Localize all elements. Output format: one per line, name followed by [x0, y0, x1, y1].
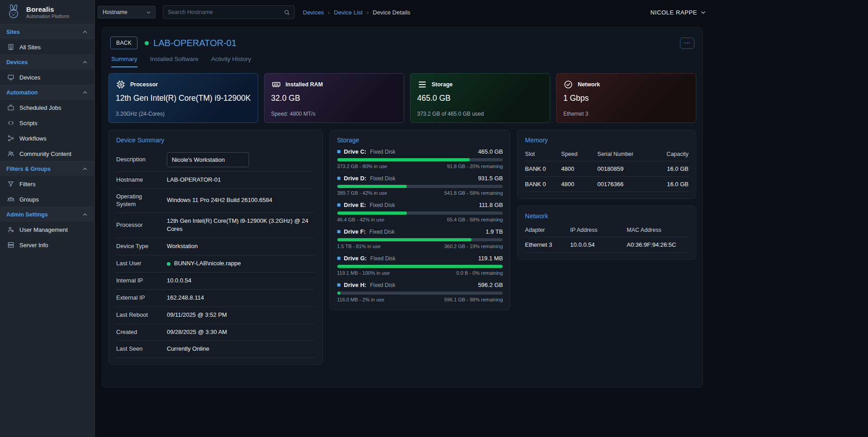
drive-used-text: 119.1 MB - 100% in use: [337, 270, 390, 276]
sidebar-item-scheduled-jobs[interactable]: Scheduled Jobs: [0, 100, 94, 115]
sidebar-item-groups[interactable]: Groups: [0, 192, 94, 207]
stat-subtext: Speed: 4800 MT/s: [271, 111, 397, 117]
summary-label: Processor: [116, 221, 167, 229]
summary-value: Workstation: [167, 242, 315, 251]
stat-value: 1 Gbps: [563, 94, 689, 103]
stat-label: Storage: [432, 81, 453, 88]
tab-activity-history[interactable]: Activity History: [211, 56, 251, 67]
briefcase-icon: [7, 104, 14, 111]
storage-icon: [417, 80, 427, 89]
sidebar-item-server-info[interactable]: Server Info: [0, 237, 94, 253]
hostname-dropdown[interactable]: Hostname: [98, 6, 156, 19]
drive-bullet-icon: [337, 283, 340, 287]
summary-row-last-user: Last User BUNNY-LAB\nicole.rappe: [116, 255, 315, 273]
network-header-ip: IP Address: [570, 224, 627, 237]
memory-header-capacity: Capacity: [656, 148, 689, 161]
drive-used-text: 116.0 MB - 2% in use: [337, 297, 384, 302]
ellipsis-icon: [684, 39, 691, 47]
sidebar: Borealis Automation Platform Sites All S…: [0, 0, 95, 437]
drive-type: Fixed Disk: [370, 149, 395, 155]
drive-usage-bar: [337, 265, 503, 268]
sidebar-section-label: Filters & Groups: [6, 166, 51, 172]
sidebar-item-scripts[interactable]: Scripts: [0, 115, 94, 131]
description-input[interactable]: [167, 152, 249, 167]
memory-header-serial: Serial Number: [597, 148, 656, 161]
network-cell: 10.0.0.54: [570, 237, 627, 253]
stat-cards: Processor 12th Gen Intel(R) Core(TM) i9-…: [108, 73, 696, 123]
sidebar-section-filters-groups[interactable]: Filters & Groups: [0, 161, 94, 176]
sidebar-item-label: Server Info: [19, 242, 48, 249]
user-gear-icon: [7, 226, 14, 233]
drive-type: Fixed Disk: [370, 175, 395, 182]
breadcrumb-device-list[interactable]: Device List: [334, 9, 363, 16]
summary-label: Last Reboot: [116, 311, 167, 319]
chevron-up-icon: [82, 211, 88, 218]
drive-type: Fixed Disk: [370, 282, 395, 288]
more-options-button[interactable]: [680, 38, 694, 49]
tab-summary[interactable]: Summary: [111, 56, 137, 67]
drive-row-h: Drive H: Fixed Disk 596.2 GB 116.0 MB - …: [337, 282, 503, 302]
drive-name: Drive H:: [344, 282, 367, 288]
workflow-icon: [7, 135, 14, 142]
summary-value: Windows 11 Pro 24H2 Build 26100.6584: [167, 196, 315, 205]
drive-used-text: 389.7 GB - 42% in use: [337, 190, 387, 196]
processor-stat-card: Processor 12th Gen Intel(R) Core(TM) i9-…: [108, 73, 258, 123]
tab-bar: Summary Installed Software Activity Hist…: [108, 51, 696, 67]
memory-header-slot: Slot: [525, 148, 561, 161]
breadcrumb-separator: [328, 9, 330, 16]
drive-remaining-text: 65.4 GB - 58% remaining: [447, 217, 503, 222]
summary-value: LAB-OPERATOR-01: [167, 176, 315, 184]
tab-installed-software[interactable]: Installed Software: [150, 56, 198, 67]
sidebar-item-user-management[interactable]: User Management: [0, 222, 94, 237]
brand[interactable]: Borealis Automation Platform: [0, 0, 94, 24]
sidebar-item-all-sites[interactable]: All Sites: [0, 39, 94, 55]
sidebar-section-label: Devices: [6, 59, 28, 66]
memory-cell: 16.0 GB: [656, 177, 689, 192]
drive-name: Drive E:: [344, 202, 366, 208]
user-menu[interactable]: NICOLE RAPPE: [651, 9, 707, 16]
drive-row-e: Drive E: Fixed Disk 111.8 GB 46.4 GB - 4…: [337, 202, 503, 222]
drive-usage-fill: [337, 265, 503, 268]
drive-remaining-text: 0.0 B - 0% remaining: [457, 270, 503, 276]
drive-row-c: Drive C: Fixed Disk 465.0 GB 373.2 GB - …: [337, 148, 503, 169]
drive-type: Fixed Disk: [369, 229, 395, 235]
drive-bullet-icon: [337, 150, 340, 153]
sidebar-item-label: User Management: [19, 226, 68, 233]
sidebar-item-workflows[interactable]: Workflows: [0, 131, 94, 146]
summary-value: BUNNY-LAB\nicole.rappe: [174, 259, 241, 268]
back-button[interactable]: BACK: [110, 37, 137, 49]
summary-label: Last User: [116, 260, 167, 268]
drive-size: 931.5 GB: [478, 175, 503, 182]
page-title: LAB-OPERATOR-01: [153, 38, 236, 48]
summary-row-operating-system: Operating System Windows 11 Pro 24H2 Bui…: [116, 189, 315, 213]
drive-size: 465.0 GB: [478, 148, 503, 155]
sidebar-section-admin-settings[interactable]: Admin Settings: [0, 207, 94, 222]
drive-size: 111.8 GB: [479, 202, 503, 208]
breadcrumb-current: Device Details: [373, 9, 410, 16]
storage-stat-card: Storage 465.0 GB 373.2 GB of 465.0 GB us…: [410, 73, 550, 123]
summary-label: Internal IP: [116, 277, 167, 285]
sidebar-item-filters[interactable]: Filters: [0, 176, 94, 192]
summary-label: Created: [116, 329, 167, 336]
summary-row-last-reboot: Last Reboot 09/11/2025 @ 3:52 PM: [116, 307, 315, 324]
summary-label: Device Type: [116, 243, 167, 250]
sidebar-section-automation[interactable]: Automation: [0, 85, 94, 100]
search-input[interactable]: [168, 9, 283, 15]
sidebar-section-sites[interactable]: Sites: [0, 24, 94, 39]
stat-subtext: 3.20GHz (24-Cores): [116, 111, 251, 117]
sidebar-section-devices[interactable]: Devices: [0, 55, 94, 70]
sidebar-item-community-content[interactable]: Community Content: [0, 146, 94, 161]
drive-used-text: 373.2 GB - 80% in use: [337, 164, 387, 169]
memory-cell: 00180859: [597, 161, 656, 177]
drive-usage-bar: [337, 185, 503, 188]
breadcrumb-devices[interactable]: Devices: [303, 9, 324, 16]
drive-bullet-icon: [337, 203, 340, 207]
memory-cell: 4800: [561, 161, 597, 177]
drive-usage-bar: [337, 291, 503, 295]
user-name: NICOLE RAPPE: [651, 9, 697, 16]
network-cell: Ethernet 3: [525, 237, 570, 253]
sidebar-item-devices[interactable]: Devices: [0, 70, 94, 85]
chevron-up-icon: [82, 166, 88, 172]
chevron-up-icon: [82, 29, 88, 35]
drive-name: Drive D:: [344, 175, 367, 182]
